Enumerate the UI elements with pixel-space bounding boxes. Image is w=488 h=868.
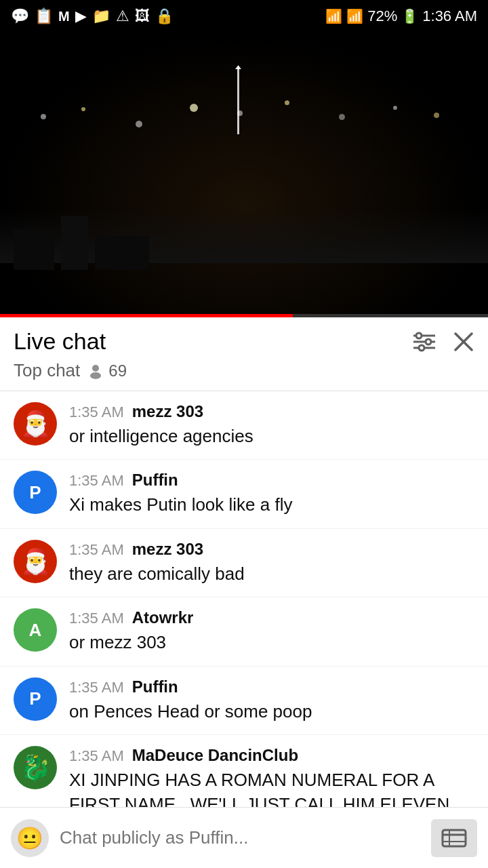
message-meta: 1:35 AM mezz 303 <box>69 540 474 559</box>
signal-icon: 📶 <box>346 8 363 24</box>
header-icons <box>412 331 474 353</box>
message-content: 1:35 AM Puffin Xi makes Putin look like … <box>69 471 474 517</box>
chat-input[interactable] <box>60 819 420 857</box>
message-author: Puffin <box>132 677 178 696</box>
message-author: mezz 303 <box>132 402 203 421</box>
message-time: 1:35 AM <box>69 679 124 696</box>
status-icons-right: 📶 📶 72% 🔋 1:36 AM <box>325 7 477 25</box>
image-icon: 🖼 <box>135 7 150 25</box>
message-author: Atowrkr <box>132 608 194 627</box>
svg-point-5 <box>419 345 424 351</box>
close-button[interactable] <box>453 331 474 353</box>
avatar: 🎅 <box>14 540 57 583</box>
message-meta: 1:35 AM mezz 303 <box>69 402 474 421</box>
send-button[interactable] <box>431 819 477 857</box>
chat-message: P 1:35 AM Puffin on Pences Head or some … <box>0 667 488 735</box>
message-time: 1:35 AM <box>69 747 124 765</box>
send-money-icon <box>441 825 468 852</box>
chat-message: 🎅 1:35 AM mezz 303 they are comically ba… <box>0 529 488 597</box>
avatar: A <box>14 608 57 652</box>
video-player[interactable] <box>0 33 488 317</box>
emoji-icon: 😐 <box>16 825 43 851</box>
message-meta: 1:35 AM Puffin <box>69 677 474 696</box>
viewer-count-number: 69 <box>108 361 127 380</box>
chat-messages-container: 🎅 1:35 AM mezz 303 or intelligence agenc… <box>0 391 488 868</box>
battery-percent: 72% <box>367 7 397 25</box>
message-time: 1:35 AM <box>69 403 124 421</box>
avatar: P <box>14 677 57 721</box>
wifi-icon: 📶 <box>325 8 342 24</box>
emoji-button[interactable]: 😐 <box>11 819 49 857</box>
message-content: 1:35 AM mezz 303 or intelligence agencie… <box>69 402 474 448</box>
status-bar: 💬 📋 M ▶ 📁 ⚠ 🖼 🔒 📶 📶 72% 🔋 1:36 AM <box>0 0 488 33</box>
note-icon: 📋 <box>35 7 53 25</box>
message-author: Puffin <box>132 471 178 490</box>
message-text: on Pences Head or some poop <box>69 699 474 724</box>
viewer-count: 69 <box>87 361 127 380</box>
message-author: MaDeuce DancinClub <box>132 746 298 765</box>
message-time: 1:35 AM <box>69 472 124 490</box>
message-time: 1:35 AM <box>69 541 124 559</box>
message-icon: 💬 <box>11 7 29 25</box>
youtube-icon: ▶ <box>75 7 87 25</box>
message-time: 1:35 AM <box>69 610 124 627</box>
svg-point-8 <box>92 365 99 372</box>
status-icons-left: 💬 📋 M ▶ 📁 ⚠ 🖼 🔒 <box>11 7 174 25</box>
live-chat-header: Live chat Top chat <box>0 317 488 391</box>
message-meta: 1:35 AM Atowrkr <box>69 608 474 627</box>
video-content <box>0 33 488 317</box>
m-icon: M <box>58 9 70 24</box>
live-chat-title-row: Live chat <box>14 328 474 355</box>
message-author: mezz 303 <box>132 540 203 559</box>
message-content: 1:35 AM mezz 303 they are comically bad <box>69 540 474 586</box>
message-meta: 1:35 AM Puffin <box>69 471 474 490</box>
chat-input-bar: 😐 <box>0 807 488 868</box>
video-progress-bar[interactable] <box>0 314 488 317</box>
message-content: 1:35 AM Puffin on Pences Head or some po… <box>69 677 474 724</box>
live-chat-title: Live chat <box>14 328 106 355</box>
video-progress-fill <box>0 314 293 317</box>
top-chat-label: Top chat <box>14 360 80 381</box>
message-content: 1:35 AM Atowrkr or mezz 303 <box>69 608 474 654</box>
message-text: they are comically bad <box>69 561 474 586</box>
svg-rect-10 <box>443 830 466 846</box>
top-chat-row: Top chat 69 <box>14 360 474 391</box>
avatar: 🎅 <box>14 402 57 446</box>
close-icon <box>453 331 474 353</box>
avatar: P <box>14 471 57 514</box>
folder-icon: 📁 <box>92 7 110 25</box>
message-text: or mezz 303 <box>69 630 474 654</box>
svg-point-9 <box>90 372 101 379</box>
chat-message: A 1:35 AM Atowrkr or mezz 303 <box>0 597 488 666</box>
clock: 1:36 AM <box>422 7 477 25</box>
message-meta: 1:35 AM MaDeuce DancinClub <box>69 746 474 765</box>
filter-button[interactable] <box>412 332 436 352</box>
lock-icon: 🔒 <box>155 7 174 25</box>
message-text: Xi makes Putin look like a fly <box>69 492 474 517</box>
viewer-icon <box>87 362 104 380</box>
chat-message: P 1:35 AM Puffin Xi makes Putin look lik… <box>0 460 488 528</box>
battery-icon: 🔋 <box>401 8 418 24</box>
warning-icon: ⚠ <box>116 7 129 25</box>
filter-icon <box>412 332 436 352</box>
message-text: or intelligence agencies <box>69 424 474 448</box>
avatar: 🐉 <box>14 746 57 789</box>
svg-point-3 <box>416 333 422 338</box>
svg-point-4 <box>426 339 431 344</box>
chat-message: 🎅 1:35 AM mezz 303 or intelligence agenc… <box>0 391 488 460</box>
